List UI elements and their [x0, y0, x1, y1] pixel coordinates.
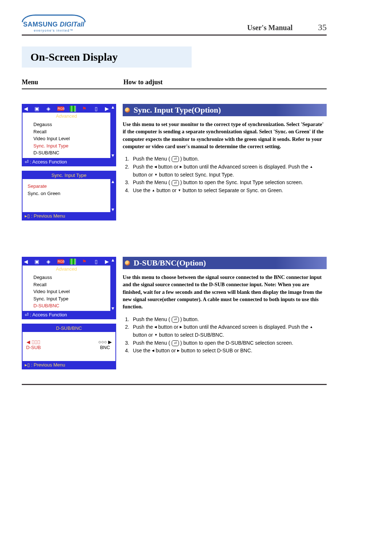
step: Use the ◀ button or ▶ button to select D…	[131, 347, 327, 355]
manual-title: User's Manual	[247, 24, 293, 32]
header-rule	[22, 35, 327, 36]
osd-scrollbar: ▲▼	[110, 258, 115, 311]
right-triangle-icon: ▶	[177, 349, 180, 353]
info-icon: ▯	[93, 259, 99, 264]
up-triangle-icon: ▲	[310, 165, 313, 169]
position-icon: ▣	[34, 106, 40, 112]
right-triangle-icon: ▶	[180, 325, 182, 329]
dsub-option: ◀ ⌷⌷⌷ D-SUB	[26, 339, 41, 350]
step: Push the Menu ( ⏎ ) button to open the S…	[131, 179, 327, 187]
osd-item-selected: D-SUB/BNC	[33, 302, 107, 309]
rgb-icon: RGB	[57, 106, 64, 111]
nav-right-icon: ▶	[105, 106, 109, 112]
section2-title: D-SUB/BNC(Option)	[134, 258, 206, 267]
nav-left-icon: ◀	[24, 106, 28, 112]
osd-tab-label: Advanced	[23, 113, 110, 119]
left-triangle-icon: ◀	[154, 325, 157, 329]
down-triangle-icon: ▼	[154, 173, 158, 177]
osd-item: Video Input Level	[33, 288, 107, 295]
step: Push the Menu ( ⏎ ) button to open the D…	[131, 339, 327, 347]
up-triangle-icon: ▲	[152, 189, 155, 192]
enter-icon: ⏎	[172, 340, 179, 346]
dsub-label: D-SUB	[26, 345, 41, 350]
section-sync-input: ◀ ▣ ◈ RGB ║║ ⚑ ▯ ▶ Advanced Degauss Reca…	[22, 104, 327, 220]
screen-icon: ║║	[70, 259, 75, 264]
osd-main-1: ◀ ▣ ◈ RGB ║║ ⚑ ▯ ▶ Advanced Degauss Reca…	[22, 104, 116, 166]
logo-tagline: everyone's invited™	[34, 29, 73, 32]
step: Push the Menu ( ⏎ ) button.	[131, 155, 327, 163]
section1-description: Use this menu to set your monitor to the…	[123, 121, 327, 150]
rgb-icon: RGB	[57, 259, 64, 264]
step: Push the ◀ button or ▶ button until the …	[131, 163, 327, 179]
section-dsub-bnc: ◀ ▣ ◈ RGB ║║ ⚑ ▯ ▶ Advanced Degauss Reca…	[22, 257, 327, 369]
osd-access-hint: ⏎ : Access Function	[23, 158, 115, 166]
section2-description: Use this menu to choose between the sign…	[123, 274, 327, 310]
osd-prev-hint: ▸▯ : Previous Menu	[23, 361, 115, 369]
right-triangle-icon: ○○○ ▶	[98, 339, 112, 345]
enter-icon: ⏎	[172, 156, 179, 162]
section2-header: D-SUB/BNC(Option)	[123, 257, 327, 269]
right-triangle-icon: ▶	[180, 165, 182, 169]
step: Use the ▲ button or ▼ button to select S…	[131, 187, 327, 195]
column-headers: Menu How to adjust	[22, 78, 327, 86]
size-icon: ◈	[46, 106, 52, 112]
osd-panel-1: ◀ ▣ ◈ RGB ║║ ⚑ ▯ ▶ Advanced Degauss Reca…	[22, 104, 116, 220]
osd-menu-items-2: Degauss Recall Video Input Level Sync. I…	[23, 272, 110, 311]
samsung-logo: SAMSUNG DIGITall everyone's invited™	[22, 15, 86, 32]
footer-rule	[22, 384, 327, 385]
section2-steps: Push the Menu ( ⏎ ) button. Push the ◀ b…	[123, 316, 327, 355]
osd-iconbar: ◀ ▣ ◈ RGB ║║ ⚑ ▯ ▶	[23, 258, 110, 266]
page-title: On-Screen Display	[30, 51, 183, 63]
screen-icon: ║║	[70, 106, 75, 112]
down-triangle-icon: ▼	[178, 189, 181, 192]
position-icon: ▣	[34, 259, 40, 264]
enter-icon: ⏎	[172, 180, 179, 186]
nav-left-icon: ◀	[24, 259, 28, 264]
enter-icon: ⏎	[172, 317, 179, 323]
left-triangle-icon: ◀	[154, 165, 157, 169]
osd-item: Recall	[33, 128, 107, 135]
osd-scrollbar: ▲▼	[110, 105, 115, 158]
osd-item: Recall	[33, 281, 107, 288]
nav-right-icon: ▶	[105, 259, 109, 264]
advanced-icon: ⚑	[81, 259, 87, 264]
page-header: SAMSUNG DIGITall everyone's invited™ Use…	[22, 15, 327, 32]
bullet-icon	[125, 260, 130, 266]
column-header-menu: Menu	[22, 78, 123, 86]
down-triangle-icon: ▼	[154, 333, 158, 337]
osd-sub-title: Sync. Input Type	[23, 171, 115, 179]
osd-sub-1: Sync. Input Type Separate Sync. on Green…	[22, 171, 116, 221]
osd-sub-title: D-SUB/BNC	[23, 324, 115, 332]
osd-sub-item: Sync. on Green	[28, 190, 107, 198]
up-triangle-icon: ▲	[310, 325, 313, 329]
osd-item: Video Input Level	[33, 135, 107, 142]
osd-sub-2: D-SUB/BNC ◀ ⌷⌷⌷ D-SUB ○○○ ▶ BNC ▸▯ : Pre…	[22, 324, 116, 369]
osd-panel-2: ◀ ▣ ◈ RGB ║║ ⚑ ▯ ▶ Advanced Degauss Reca…	[22, 257, 116, 369]
osd-item: Sync. Input Type	[33, 295, 107, 303]
osd-iconbar: ◀ ▣ ◈ RGB ║║ ⚑ ▯ ▶	[23, 105, 110, 113]
osd-item: Degauss	[33, 274, 107, 281]
column-header-how: How to adjust	[123, 78, 163, 86]
osd-scrollbar: ▲▼	[110, 179, 115, 212]
bullet-icon	[125, 108, 130, 113]
advanced-icon: ⚑	[81, 106, 87, 112]
osd-main-2: ◀ ▣ ◈ RGB ║║ ⚑ ▯ ▶ Advanced Degauss Reca…	[22, 257, 116, 319]
left-triangle-icon: ◀	[152, 349, 154, 353]
step: Push the Menu ( ⏎ ) button.	[131, 316, 327, 324]
osd-access-hint: ⏎ : Access Function	[23, 311, 115, 319]
osd-item: Degauss	[33, 121, 107, 128]
left-triangle-icon: ◀ ⌷⌷⌷	[26, 339, 41, 345]
size-icon: ◈	[46, 259, 52, 264]
double-rule	[22, 88, 327, 89]
osd-tab-label: Advanced	[23, 266, 110, 272]
page-number: 35	[318, 23, 327, 32]
bnc-option: ○○○ ▶ BNC	[98, 339, 112, 350]
step: Push the ◀ button or ▶ button until the …	[131, 323, 327, 339]
section2-content: D-SUB/BNC(Option) Use this menu to choos…	[123, 257, 327, 355]
osd-menu-items-1: Degauss Recall Video Input Level Sync. I…	[23, 119, 110, 158]
osd-prev-hint: ▸▯ : Previous Menu	[23, 212, 115, 220]
section1-content: Sync. Input Type(Option) Use this menu t…	[123, 104, 327, 195]
section1-header: Sync. Input Type(Option)	[123, 104, 327, 116]
bnc-label: BNC	[98, 345, 112, 350]
info-icon: ▯	[93, 106, 99, 112]
